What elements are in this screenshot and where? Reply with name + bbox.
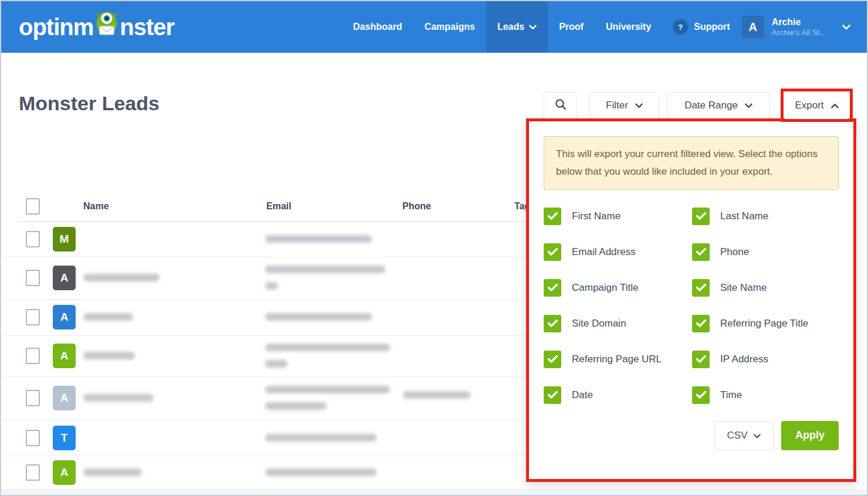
export-option-date[interactable]: Date xyxy=(544,386,692,404)
export-option-label: Time xyxy=(720,389,742,401)
checked-checkbox-icon[interactable] xyxy=(544,243,561,261)
redacted-email xyxy=(265,266,385,273)
lead-avatar: A xyxy=(53,305,76,329)
export-option-email-address[interactable]: Email Address xyxy=(544,243,692,261)
redacted-name xyxy=(83,352,135,359)
export-options-grid: First NameLast NameEmail AddressPhoneCam… xyxy=(544,208,839,404)
filter-label: Filter xyxy=(606,100,628,111)
nav-item-label: University xyxy=(606,22,651,32)
nav-item-university[interactable]: University xyxy=(595,1,662,53)
checked-checkbox-icon[interactable] xyxy=(692,351,710,368)
lead-avatar: A xyxy=(53,266,76,290)
redacted-email xyxy=(265,344,390,351)
main-nav: DashboardCampaignsLeadsProofUniversity xyxy=(342,1,662,53)
export-option-label: Phone xyxy=(720,246,749,258)
lead-avatar: A xyxy=(53,460,76,485)
checked-checkbox-icon[interactable] xyxy=(544,351,561,368)
export-option-label: Site Name xyxy=(720,282,767,294)
row-checkbox[interactable] xyxy=(26,348,40,364)
nav-item-leads[interactable]: Leads xyxy=(486,1,548,53)
checked-checkbox-icon[interactable] xyxy=(692,208,710,225)
row-checkbox[interactable] xyxy=(26,270,40,286)
checked-checkbox-icon[interactable] xyxy=(692,279,710,297)
page-title: Monster Leads xyxy=(19,92,160,115)
export-panel-footer: CSV Apply xyxy=(544,421,839,450)
checked-checkbox-icon[interactable] xyxy=(692,315,710,332)
export-option-label: First Name xyxy=(572,210,621,222)
checked-checkbox-icon[interactable] xyxy=(544,279,561,297)
export-option-ip-address[interactable]: IP Address xyxy=(692,351,839,368)
export-label: Export xyxy=(795,100,823,111)
export-option-referring-page-title[interactable]: Referring Page Title xyxy=(692,315,839,332)
checked-checkbox-icon[interactable] xyxy=(692,243,710,261)
export-option-label: Referring Page URL xyxy=(572,354,662,365)
chevron-down-icon xyxy=(529,22,537,32)
date-range-button[interactable]: Date Range xyxy=(667,92,770,119)
export-option-label: Campaign Title xyxy=(572,282,638,294)
lead-avatar: A xyxy=(53,344,76,368)
nav-support[interactable]: ? Support xyxy=(673,1,730,53)
export-option-referring-page-url[interactable]: Referring Page URL xyxy=(544,351,692,368)
row-checkbox[interactable] xyxy=(26,309,40,325)
redacted-email xyxy=(265,434,377,441)
export-button[interactable]: Export xyxy=(784,91,850,119)
user-avatar: A xyxy=(742,16,764,38)
export-option-label: Last Name xyxy=(720,210,768,222)
select-all-checkbox[interactable] xyxy=(26,198,40,215)
export-panel: This will export your current filtered v… xyxy=(526,118,856,482)
export-option-site-name[interactable]: Site Name xyxy=(692,279,839,297)
checked-checkbox-icon[interactable] xyxy=(692,386,710,404)
export-option-phone[interactable]: Phone xyxy=(692,243,839,261)
question-mark-icon: ? xyxy=(673,19,688,35)
export-option-first-name[interactable]: First Name xyxy=(544,208,692,225)
nav-item-label: Leads xyxy=(497,22,524,32)
user-name: Archie xyxy=(772,16,826,28)
screenshot-frame: optinm nster DashboardCampaignsLeadsProo… xyxy=(0,0,868,496)
export-option-label: Site Domain xyxy=(572,318,626,329)
redacted-email xyxy=(265,386,390,393)
logo-text-prefix: optinm xyxy=(19,14,93,40)
date-range-label: Date Range xyxy=(684,100,738,111)
redacted-name xyxy=(83,468,142,476)
row-checkbox[interactable] xyxy=(26,464,40,481)
nav-item-campaigns[interactable]: Campaigns xyxy=(413,1,486,53)
filter-button[interactable]: Filter xyxy=(589,92,659,119)
lead-avatar: M xyxy=(53,227,76,252)
nav-item-proof[interactable]: Proof xyxy=(548,1,595,53)
nav-item-label: Proof xyxy=(559,22,584,32)
export-option-site-domain[interactable]: Site Domain xyxy=(544,315,692,332)
support-label: Support xyxy=(694,22,730,32)
user-menu[interactable]: A Archie Archie's All St... xyxy=(742,1,850,53)
chevron-down-icon xyxy=(842,22,850,32)
search-button[interactable] xyxy=(544,92,577,119)
redacted-phone xyxy=(403,391,470,399)
checked-checkbox-icon[interactable] xyxy=(544,208,561,225)
redacted-email xyxy=(265,468,377,476)
logo[interactable]: optinm nster xyxy=(19,1,174,53)
monster-mascot-icon xyxy=(93,9,120,46)
table-bottom-strip xyxy=(1,490,867,496)
logo-text-suffix: nster xyxy=(120,14,174,40)
chevron-up-icon xyxy=(831,100,839,111)
format-select[interactable]: CSV xyxy=(714,421,774,450)
row-checkbox[interactable] xyxy=(26,231,40,247)
row-checkbox[interactable] xyxy=(26,390,40,406)
row-checkbox[interactable] xyxy=(26,430,40,446)
export-option-last-name[interactable]: Last Name xyxy=(692,208,839,225)
export-option-label: Date xyxy=(572,389,593,401)
user-account: Archie's All St... xyxy=(772,28,826,38)
export-option-campaign-title[interactable]: Campaign Title xyxy=(544,279,692,297)
column-header-phone: Phone xyxy=(402,201,431,212)
checked-checkbox-icon[interactable] xyxy=(544,315,561,332)
nav-item-dashboard[interactable]: Dashboard xyxy=(342,1,413,53)
chevron-down-icon xyxy=(635,100,643,111)
redacted-name xyxy=(83,274,160,281)
chevron-down-icon xyxy=(754,430,761,441)
export-notice: This will export your current filtered v… xyxy=(544,136,839,190)
lead-avatar: T xyxy=(53,426,76,450)
export-option-time[interactable]: Time xyxy=(692,386,839,404)
format-value: CSV xyxy=(727,430,748,441)
checked-checkbox-icon[interactable] xyxy=(544,386,561,404)
redacted-email xyxy=(265,360,287,368)
apply-button[interactable]: Apply xyxy=(781,421,839,450)
